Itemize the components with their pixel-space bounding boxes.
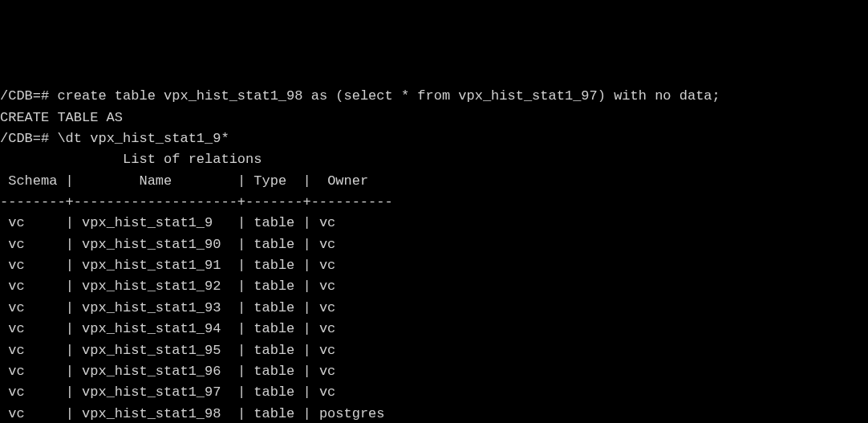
list-title: List of relations <box>123 152 262 167</box>
command-line-create: /CDB=# create table vpx_hist_stat1_98 as… <box>0 86 868 107</box>
cell-owner: vc <box>311 215 336 230</box>
cell-owner: vc <box>311 258 336 273</box>
cell-owner: vc <box>311 343 336 358</box>
command-line-dt: /CDB=# \dt vpx_hist_stat1_9* <box>0 128 868 149</box>
table-header-line: Schema | Name | Type | Owner <box>0 171 868 192</box>
cell-schema: vc <box>0 279 66 294</box>
psql-dt-command: \dt vpx_hist_stat1_9* <box>57 131 229 146</box>
table-row: vc | vpx_hist_stat1_91 | table | vc <box>0 255 868 276</box>
table-row: vc | vpx_hist_stat1_95 | table | vc <box>0 340 868 361</box>
cell-type: table <box>245 406 302 421</box>
table-row: vc | vpx_hist_stat1_94 | table | vc <box>0 319 868 340</box>
cell-name: vpx_hist_stat1_9 <box>74 215 237 230</box>
cell-name: vpx_hist_stat1_90 <box>74 237 237 252</box>
cell-name: vpx_hist_stat1_97 <box>74 384 237 400</box>
cell-owner: vc <box>311 364 336 379</box>
cell-owner: vc <box>311 321 336 336</box>
prompt: /CDB=# <box>0 88 49 104</box>
list-title-line: List of relations <box>0 149 868 170</box>
cell-type: table <box>245 279 302 294</box>
cell-owner: vc <box>311 384 336 400</box>
cell-owner: vc <box>311 279 336 294</box>
cell-schema: vc <box>0 384 66 400</box>
table-row: vc | vpx_hist_stat1_96 | table | vc <box>0 361 868 382</box>
table-row: vc | vpx_hist_stat1_9 | table | vc <box>0 213 868 234</box>
header-type: Type <box>254 173 286 189</box>
table-row: vc | vpx_hist_stat1_92 | table | vc <box>0 276 868 297</box>
cell-schema: vc <box>0 343 66 358</box>
cell-schema: vc <box>0 300 66 315</box>
cell-type: table <box>245 258 302 273</box>
prompt: /CDB=# <box>0 131 49 146</box>
terminal-output[interactable]: /CDB=# create table vpx_hist_stat1_98 as… <box>0 84 868 423</box>
cell-type: table <box>245 364 302 379</box>
cell-type: table <box>245 300 302 315</box>
cell-schema: vc <box>0 321 66 336</box>
cell-schema: vc <box>0 237 66 252</box>
cell-schema: vc <box>0 215 66 230</box>
table-row: vc | vpx_hist_stat1_98 | table | postgre… <box>0 404 868 423</box>
cell-name: vpx_hist_stat1_93 <box>74 300 237 315</box>
cell-name: vpx_hist_stat1_91 <box>74 258 237 273</box>
cell-name: vpx_hist_stat1_95 <box>74 343 237 358</box>
cell-type: table <box>245 384 302 400</box>
cell-schema: vc <box>0 406 66 421</box>
cell-type: table <box>245 237 302 252</box>
cell-type: table <box>245 343 302 358</box>
cell-owner: postgres <box>311 406 385 421</box>
sql-create-command: create table vpx_hist_stat1_98 as (selec… <box>57 88 720 104</box>
header-name: Name <box>139 173 172 189</box>
table-row: vc | vpx_hist_stat1_93 | table | vc <box>0 298 868 319</box>
cell-name: vpx_hist_stat1_96 <box>74 364 237 379</box>
table-row: vc | vpx_hist_stat1_90 | table | vc <box>0 234 868 255</box>
table-divider: --------+--------------------+-------+--… <box>0 192 868 213</box>
cell-name: vpx_hist_stat1_92 <box>74 279 237 294</box>
cell-schema: vc <box>0 258 66 273</box>
table-row: vc | vpx_hist_stat1_97 | table | vc <box>0 382 868 403</box>
cell-type: table <box>245 321 302 336</box>
cell-name: vpx_hist_stat1_98 <box>74 406 237 421</box>
cell-owner: vc <box>311 237 336 252</box>
cell-type: table <box>245 215 302 230</box>
response-create: CREATE TABLE AS <box>0 108 868 128</box>
header-owner: Owner <box>327 173 368 189</box>
cell-owner: vc <box>311 300 336 315</box>
cell-schema: vc <box>0 364 66 379</box>
header-schema: Schema <box>8 173 57 189</box>
cell-name: vpx_hist_stat1_94 <box>74 321 237 336</box>
